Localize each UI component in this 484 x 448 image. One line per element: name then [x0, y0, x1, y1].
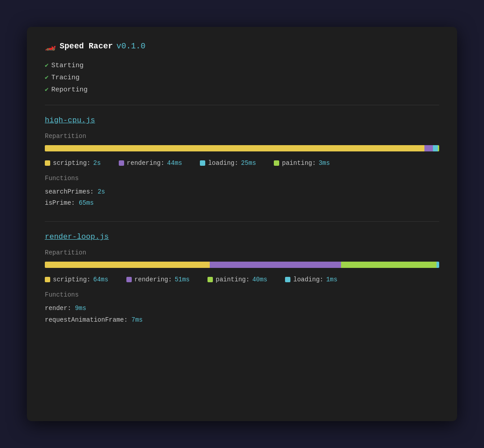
legend-label: loading:: [208, 159, 238, 167]
function-value: 65ms: [79, 199, 94, 207]
legend-value: 2s: [93, 159, 101, 167]
function-entry: render: 9ms: [45, 303, 439, 314]
function-entry: searchPrimes: 2s: [45, 186, 439, 198]
file-title[interactable]: high-cpu.js: [45, 116, 95, 125]
functions-label: Functions: [45, 175, 439, 182]
function-value: 7ms: [131, 316, 143, 323]
status-item: ✔Reporting: [45, 84, 439, 96]
status-label: Reporting: [51, 84, 87, 96]
status-label: Tracing: [51, 72, 79, 84]
legend-value: 40ms: [252, 276, 268, 283]
legend-item: painting: 3ms: [274, 159, 330, 167]
status-list: ✔Starting✔Tracing✔Reporting: [45, 60, 439, 96]
app-title: Speed Racer: [60, 42, 113, 51]
file-title[interactable]: render-loop.js: [45, 233, 109, 241]
legend-item: painting: 40ms: [207, 276, 267, 283]
function-entry: requestAnimationFrame: 7ms: [45, 314, 439, 326]
legend-item: rendering: 44ms: [119, 159, 182, 167]
bar-segment: [424, 145, 433, 151]
legend-color-dot: [45, 160, 50, 166]
legend-item: scripting: 2s: [45, 159, 101, 167]
repartition-label: Repartition: [45, 249, 439, 256]
legend-value: 3ms: [319, 159, 330, 167]
legend-label: scripting:: [53, 276, 91, 283]
legend-value: 64ms: [93, 276, 108, 283]
legend-color-dot: [285, 277, 290, 282]
functions-label: Functions: [45, 291, 439, 298]
repartition-bar: [45, 262, 439, 268]
function-value: 9ms: [75, 305, 86, 312]
status-item: ✔Starting: [45, 60, 439, 72]
functions-list: render: 9msrequestAnimationFrame: 7ms: [45, 303, 439, 325]
legend-color-dot: [200, 160, 205, 166]
bar-segment: [433, 145, 438, 151]
legend: scripting: 2s rendering: 44ms loading: 2…: [45, 159, 439, 167]
legend-color-dot: [119, 160, 124, 166]
app-logo-icon: 🏎️: [45, 40, 56, 52]
legend-label: painting:: [216, 276, 250, 283]
bar-segment: [45, 145, 424, 151]
checkmark-icon: ✔: [45, 84, 48, 95]
legend-color-dot: [274, 160, 279, 166]
app-header: 🏎️ Speed Racer v0.1.0: [45, 40, 439, 52]
legend-color-dot: [126, 277, 132, 282]
repartition-label: Repartition: [45, 133, 439, 140]
status-item: ✔Tracing: [45, 72, 439, 84]
legend-label: painting:: [282, 159, 316, 167]
legend-color-dot: [45, 277, 50, 282]
bar-segment: [341, 262, 436, 268]
bar-segment: [436, 262, 439, 268]
legend-item: scripting: 64ms: [45, 276, 108, 283]
section-high-cpu-js: high-cpu.jsRepartition scripting: 2s ren…: [45, 116, 439, 209]
legend-value: 1ms: [326, 276, 337, 283]
functions-list: searchPrimes: 2sisPrime: 65ms: [45, 186, 439, 209]
header-divider: [45, 105, 439, 105]
legend: scripting: 64ms rendering: 51ms painting…: [45, 276, 439, 283]
function-value: 2s: [98, 188, 105, 195]
sections-container: high-cpu.jsRepartition scripting: 2s ren…: [45, 116, 439, 326]
app-version: v0.1.0: [117, 42, 146, 51]
legend-label: rendering:: [134, 276, 172, 283]
function-entry: isPrime: 65ms: [45, 198, 439, 209]
section-render-loop-js: render-loop.jsRepartition scripting: 64m…: [45, 233, 439, 325]
legend-color-dot: [207, 277, 213, 282]
legend-value: 44ms: [167, 159, 182, 167]
legend-item: rendering: 51ms: [126, 276, 190, 283]
checkmark-icon: ✔: [45, 72, 48, 83]
repartition-bar: [45, 145, 439, 151]
legend-value: 51ms: [175, 276, 190, 283]
legend-label: loading:: [293, 276, 323, 283]
legend-item: loading: 25ms: [200, 159, 256, 167]
main-window: 🏎️ Speed Racer v0.1.0 ✔Starting✔Tracing✔…: [27, 27, 457, 421]
legend-label: rendering:: [127, 159, 164, 167]
bar-segment: [438, 145, 439, 151]
bar-segment: [210, 262, 341, 268]
bar-segment: [45, 262, 210, 268]
status-label: Starting: [51, 60, 83, 72]
section-divider: [45, 221, 439, 222]
legend-value: 25ms: [241, 159, 256, 167]
legend-label: scripting:: [53, 159, 91, 167]
checkmark-icon: ✔: [45, 60, 48, 71]
legend-item: loading: 1ms: [285, 276, 337, 283]
